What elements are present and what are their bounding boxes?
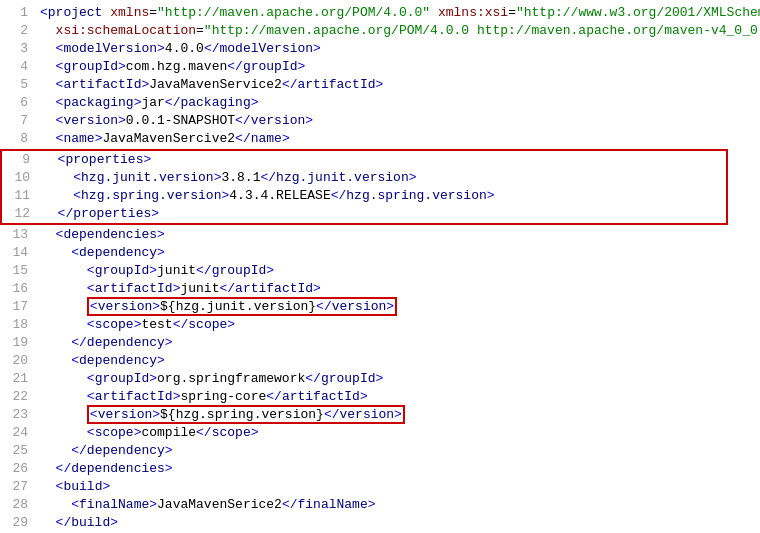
code-line-10: 10 <hzg.junit.version>3.8.1</hzg.junit.v… [2, 169, 726, 187]
line-num-1: 1 [8, 4, 28, 22]
line-content-11: <hzg.spring.version>4.3.4.RELEASE</hzg.s… [42, 187, 718, 205]
line-num-14: 14 [8, 244, 28, 262]
code-line-16: 16 <artifactId>junit</artifactId> [0, 280, 760, 298]
line-num-22: 22 [8, 388, 28, 406]
line-content-29: </build> [40, 514, 752, 532]
line-content-9: <properties> [42, 151, 718, 169]
line-num-18: 18 [8, 316, 28, 334]
line-content-12: </properties> [42, 205, 718, 223]
code-editor: 1 <project xmlns="http://maven.apache.or… [0, 0, 760, 533]
code-line-18: 18 <scope>test</scope> [0, 316, 760, 334]
line-content-24: <scope>compile</scope> [40, 424, 752, 442]
code-line-7: 7 <version>0.0.1-SNAPSHOT</version> [0, 112, 760, 130]
code-line-2: 2 xsi:schemaLocation="http://maven.apach… [0, 22, 760, 40]
line-num-15: 15 [8, 262, 28, 280]
line-num-12: 12 [10, 205, 30, 223]
line-content-4: <groupId>com.hzg.maven</groupId> [40, 58, 752, 76]
line-num-28: 28 [8, 496, 28, 514]
line-content-1: <project xmlns="http://maven.apache.org/… [40, 4, 760, 22]
junit-version-highlight: <version>${hzg.junit.version}</version> [87, 297, 397, 316]
line-num-24: 24 [8, 424, 28, 442]
line-num-27: 27 [8, 478, 28, 496]
code-line-14: 14 <dependency> [0, 244, 760, 262]
code-line-23: 23 <version>${hzg.spring.version}</versi… [0, 406, 760, 424]
line-num-8: 8 [8, 130, 28, 148]
line-num-29: 29 [8, 514, 28, 532]
code-line-29: 29 </build> [0, 514, 760, 532]
code-line-17: 17 <version>${hzg.junit.version}</versio… [0, 298, 760, 316]
line-content-5: <artifactId>JavaMavenService2</artifactI… [40, 76, 752, 94]
code-line-3: 3 <modelVersion>4.0.0</modelVersion> [0, 40, 760, 58]
line-content-16: <artifactId>junit</artifactId> [40, 280, 752, 298]
code-line-1: 1 <project xmlns="http://maven.apache.or… [0, 4, 760, 22]
line-content-23: <version>${hzg.spring.version}</version> [40, 406, 752, 424]
line-num-19: 19 [8, 334, 28, 352]
code-line-21: 21 <groupId>org.springframework</groupId… [0, 370, 760, 388]
code-line-25: 25 </dependency> [0, 442, 760, 460]
code-line-13: 13 <dependencies> [0, 226, 760, 244]
line-content-3: <modelVersion>4.0.0</modelVersion> [40, 40, 752, 58]
line-content-20: <dependency> [40, 352, 752, 370]
line-num-17: 17 [8, 298, 28, 316]
line-num-20: 20 [8, 352, 28, 370]
line-content-25: </dependency> [40, 442, 752, 460]
line-content-17: <version>${hzg.junit.version}</version> [40, 298, 752, 316]
line-content-18: <scope>test</scope> [40, 316, 752, 334]
line-num-4: 4 [8, 58, 28, 76]
line-num-6: 6 [8, 94, 28, 112]
spring-version-highlight: <version>${hzg.spring.version}</version> [87, 405, 405, 424]
code-line-19: 19 </dependency> [0, 334, 760, 352]
code-line-5: 5 <artifactId>JavaMavenService2</artifac… [0, 76, 760, 94]
code-line-24: 24 <scope>compile</scope> [0, 424, 760, 442]
line-content-2: xsi:schemaLocation="http://maven.apache.… [40, 22, 760, 40]
line-content-21: <groupId>org.springframework</groupId> [40, 370, 752, 388]
code-line-20: 20 <dependency> [0, 352, 760, 370]
line-content-7: <version>0.0.1-SNAPSHOT</version> [40, 112, 752, 130]
line-content-19: </dependency> [40, 334, 752, 352]
line-content-13: <dependencies> [40, 226, 752, 244]
line-content-10: <hzg.junit.version>3.8.1</hzg.junit.vers… [42, 169, 718, 187]
line-content-27: <build> [40, 478, 752, 496]
line-content-6: <packaging>jar</packaging> [40, 94, 752, 112]
code-line-4: 4 <groupId>com.hzg.maven</groupId> [0, 58, 760, 76]
line-content-15: <groupId>junit</groupId> [40, 262, 752, 280]
line-num-26: 26 [8, 460, 28, 478]
properties-highlight-block: 9 <properties> 10 <hzg.junit.version>3.8… [0, 149, 728, 225]
line-num-21: 21 [8, 370, 28, 388]
line-num-13: 13 [8, 226, 28, 244]
line-content-22: <artifactId>spring-core</artifactId> [40, 388, 752, 406]
line-num-11: 11 [10, 187, 30, 205]
line-num-10: 10 [10, 169, 30, 187]
code-line-27: 27 <build> [0, 478, 760, 496]
line-num-16: 16 [8, 280, 28, 298]
code-line-26: 26 </dependencies> [0, 460, 760, 478]
line-content-8: <name>JavaMavenSercive2</name> [40, 130, 752, 148]
code-line-6: 6 <packaging>jar</packaging> [0, 94, 760, 112]
line-num-5: 5 [8, 76, 28, 94]
code-line-8: 8 <name>JavaMavenSercive2</name> [0, 130, 760, 148]
code-line-11: 11 <hzg.spring.version>4.3.4.RELEASE</hz… [2, 187, 726, 205]
code-line-12: 12 </properties> [2, 205, 726, 223]
line-content-28: <finalName>JavaMavenSerice2</finalName> [40, 496, 752, 514]
line-content-26: </dependencies> [40, 460, 752, 478]
line-num-9: 9 [10, 151, 30, 169]
code-line-22: 22 <artifactId>spring-core</artifactId> [0, 388, 760, 406]
code-line-28: 28 <finalName>JavaMavenSerice2</finalNam… [0, 496, 760, 514]
code-line-9: 9 <properties> [2, 151, 726, 169]
code-line-15: 15 <groupId>junit</groupId> [0, 262, 760, 280]
line-content-14: <dependency> [40, 244, 752, 262]
line-num-3: 3 [8, 40, 28, 58]
line-num-7: 7 [8, 112, 28, 130]
line-num-23: 23 [8, 406, 28, 424]
line-num-25: 25 [8, 442, 28, 460]
line-num-2: 2 [8, 22, 28, 40]
